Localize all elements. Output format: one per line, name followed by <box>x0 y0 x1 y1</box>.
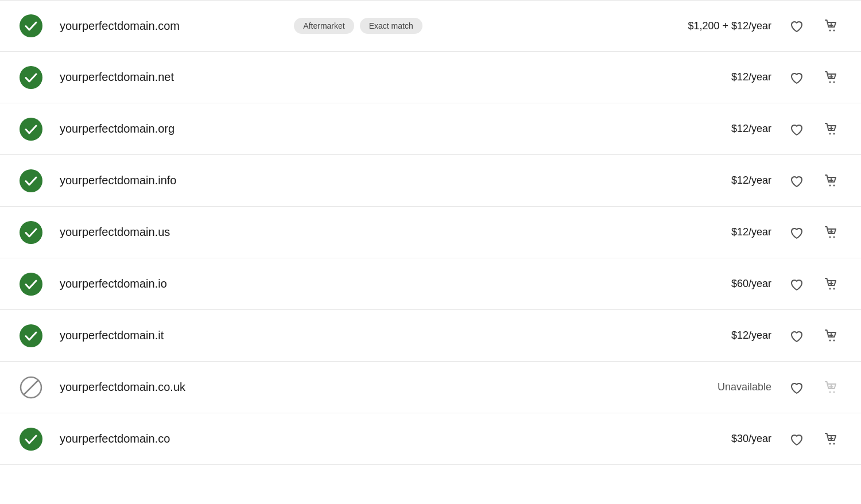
table-row: yourperfectdomain.us$12/year <box>0 207 861 258</box>
action-icons <box>785 324 843 347</box>
wishlist-button[interactable] <box>785 66 808 89</box>
table-row: yourperfectdomain.info$12/year <box>0 155 861 207</box>
domain-name: yourperfectdomain.us <box>44 226 352 239</box>
svg-point-15 <box>20 169 42 192</box>
available-icon <box>18 427 44 452</box>
svg-point-26 <box>829 288 831 289</box>
add-to-cart-button[interactable] <box>820 273 843 296</box>
badge: Aftermarket <box>294 18 354 34</box>
svg-point-1 <box>829 30 831 32</box>
svg-point-11 <box>829 133 831 134</box>
domain-price: Unavailable <box>645 381 771 393</box>
domain-price: $60/year <box>645 278 771 290</box>
action-icons <box>785 376 843 399</box>
add-to-cart-button[interactable] <box>820 169 843 192</box>
domain-price: $1,200 + $12/year <box>645 20 771 32</box>
table-row: yourperfectdomain.it$12/year <box>0 310 861 362</box>
wishlist-button[interactable] <box>785 324 808 347</box>
domain-price: $12/year <box>645 123 771 135</box>
domain-name: yourperfectdomain.info <box>44 174 352 187</box>
badge-container: AftermarketExact match <box>294 18 422 34</box>
wishlist-button[interactable] <box>785 221 808 244</box>
available-icon <box>18 13 44 38</box>
table-row: yourperfectdomain.co$30/year <box>0 413 861 465</box>
table-row: yourperfectdomain.comAftermarketExact ma… <box>0 0 861 52</box>
action-icons <box>785 273 843 296</box>
svg-point-31 <box>829 339 831 341</box>
add-to-cart-button[interactable] <box>820 14 843 37</box>
wishlist-button[interactable] <box>785 169 808 192</box>
domain-price: $30/year <box>645 433 771 445</box>
action-icons <box>785 14 843 37</box>
add-to-cart-button[interactable] <box>820 118 843 141</box>
svg-point-32 <box>833 339 835 341</box>
wishlist-button[interactable] <box>785 14 808 37</box>
domain-price: $12/year <box>645 175 771 187</box>
domain-list: yourperfectdomain.comAftermarketExact ma… <box>0 0 861 504</box>
unavailable-icon <box>18 375 44 400</box>
svg-point-17 <box>833 184 835 186</box>
wishlist-button[interactable] <box>785 273 808 296</box>
domain-name: yourperfectdomain.com <box>44 20 282 33</box>
svg-point-5 <box>20 66 42 89</box>
domain-name: yourperfectdomain.net <box>44 71 352 84</box>
svg-point-2 <box>833 30 835 32</box>
add-to-cart-button <box>820 376 843 399</box>
available-icon <box>18 323 44 348</box>
domain-name: yourperfectdomain.org <box>44 122 352 135</box>
svg-point-0 <box>20 14 42 37</box>
domain-name: yourperfectdomain.co.uk <box>44 381 352 394</box>
table-row: yourperfectdomain.org$12/year <box>0 103 861 155</box>
svg-point-21 <box>829 236 831 238</box>
available-icon <box>18 117 44 142</box>
domain-name: yourperfectdomain.co <box>44 432 352 445</box>
available-icon <box>18 65 44 90</box>
table-row: yourperfectdomain.io$60/year <box>0 258 861 310</box>
svg-point-20 <box>20 221 42 244</box>
add-to-cart-button[interactable] <box>820 66 843 89</box>
wishlist-button[interactable] <box>785 118 808 141</box>
svg-point-27 <box>833 288 835 289</box>
domain-price: $12/year <box>645 329 771 342</box>
svg-point-37 <box>829 391 831 393</box>
available-icon <box>18 272 44 297</box>
svg-point-6 <box>829 81 831 83</box>
action-icons <box>785 169 843 192</box>
svg-point-12 <box>833 133 835 134</box>
action-icons <box>785 221 843 244</box>
svg-point-41 <box>20 428 42 451</box>
action-icons <box>785 428 843 451</box>
action-icons <box>785 66 843 89</box>
svg-point-22 <box>833 236 835 238</box>
wishlist-button[interactable] <box>785 376 808 399</box>
svg-point-7 <box>833 81 835 83</box>
table-row: yourperfectdomain.net$12/year <box>0 52 861 103</box>
available-icon <box>18 220 44 245</box>
available-icon <box>18 168 44 193</box>
domain-price: $12/year <box>645 226 771 238</box>
table-row: yourperfectdomain.co.ukUnavailable <box>0 362 861 413</box>
svg-point-16 <box>829 184 831 186</box>
svg-point-30 <box>20 324 42 347</box>
add-to-cart-button[interactable] <box>820 428 843 451</box>
domain-price: $12/year <box>645 71 771 83</box>
svg-point-38 <box>833 391 835 393</box>
svg-point-42 <box>829 443 831 444</box>
action-icons <box>785 118 843 141</box>
domain-name: yourperfectdomain.it <box>44 329 352 342</box>
svg-point-43 <box>833 443 835 444</box>
add-to-cart-button[interactable] <box>820 324 843 347</box>
svg-point-10 <box>20 118 42 141</box>
badge: Exact match <box>360 18 422 34</box>
svg-point-25 <box>20 273 42 296</box>
svg-line-36 <box>24 381 38 394</box>
add-to-cart-button[interactable] <box>820 221 843 244</box>
wishlist-button[interactable] <box>785 428 808 451</box>
domain-name: yourperfectdomain.io <box>44 277 352 290</box>
